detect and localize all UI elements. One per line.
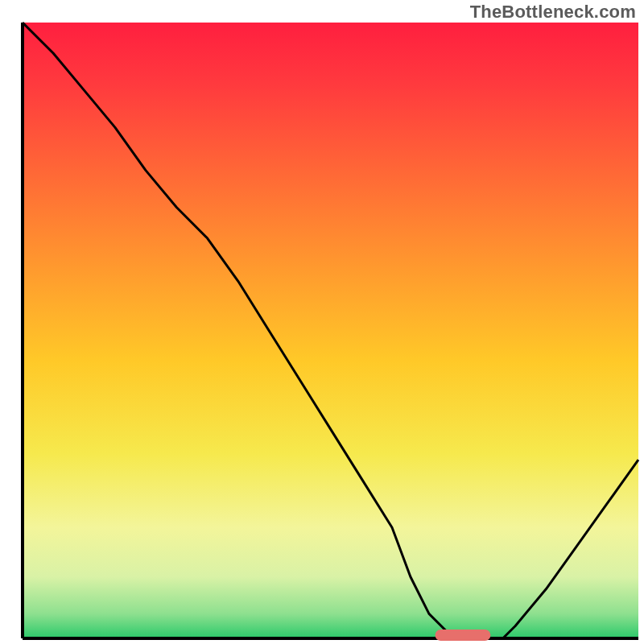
plot-area: [23, 23, 638, 641]
gradient-rect: [23, 23, 638, 638]
bottleneck-gradient-chart: TheBottleneck.com: [0, 0, 644, 644]
chart-svg: [0, 0, 644, 644]
highlight-pill: [436, 630, 491, 641]
